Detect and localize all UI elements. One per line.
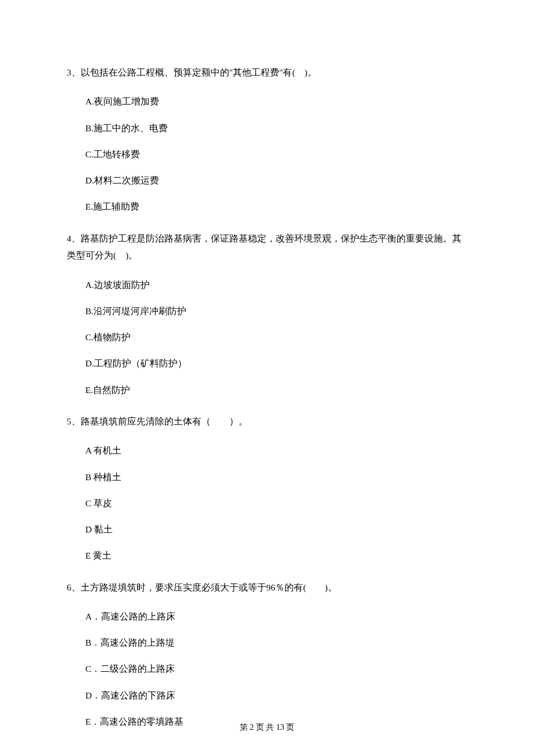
question-4: 4、路基防护工程是防治路基病害，保证路基稳定，改善环境景观，保护生态平衡的重要设… xyxy=(67,230,467,397)
option-e: E.自然防护 xyxy=(85,383,467,397)
option-c: C.工地转移费 xyxy=(85,147,467,161)
question-5: 5、路基填筑前应先清除的土体有（ ）。 A 有机土 B 种植土 C 草皮 D 黏… xyxy=(67,413,467,563)
option-d: D 黏土 xyxy=(85,523,467,536)
question-options: A.夜间施工增加费 B.施工中的水、电费 C.工地转移费 D.材料二次搬运费 E… xyxy=(67,95,467,213)
option-e: E 黄土 xyxy=(85,549,467,562)
option-e: E.施工辅助费 xyxy=(85,200,467,213)
document-content: 3、以包括在公路工程概、预算定额中的"其他工程费"有( )。 A.夜间施工增加费… xyxy=(0,0,534,728)
question-options: A 有机土 B 种植土 C 草皮 D 黏土 E 黄土 xyxy=(67,444,467,562)
question-options: A．高速公路的上路床 B．高速公路的上路堤 C．二级公路的上路床 D．高速公路的… xyxy=(67,610,467,728)
question-stem: 6、土方路堤填筑时，要求压实度必须大于或等于96％的有( )。 xyxy=(67,579,467,596)
option-d: D.材料二次搬运费 xyxy=(85,174,467,187)
question-stem: 5、路基填筑前应先清除的土体有（ ）。 xyxy=(67,413,467,430)
question-6: 6、土方路堤填筑时，要求压实度必须大于或等于96％的有( )。 A．高速公路的上… xyxy=(67,579,467,729)
question-stem: 4、路基防护工程是防治路基病害，保证路基稳定，改善环境景观，保护生态平衡的重要设… xyxy=(67,230,467,264)
option-b: B 种植土 xyxy=(85,470,467,484)
question-stem: 3、以包括在公路工程概、预算定额中的"其他工程费"有( )。 xyxy=(67,64,467,81)
option-b: B.施工中的水、电费 xyxy=(85,121,467,135)
option-a: A.边坡坡面防护 xyxy=(85,278,467,291)
question-3: 3、以包括在公路工程概、预算定额中的"其他工程费"有( )。 A.夜间施工增加费… xyxy=(67,64,467,214)
option-a: A.夜间施工增加费 xyxy=(85,95,467,108)
option-b: B．高速公路的上路堤 xyxy=(85,636,467,649)
option-a: A 有机土 xyxy=(85,444,467,457)
option-c: C.植物防护 xyxy=(85,330,467,344)
option-c: C．二级公路的上路床 xyxy=(85,662,467,675)
question-options: A.边坡坡面防护 B.沿河河堤河岸冲刷防护 C.植物防护 D.工程防护（矿料防护… xyxy=(67,278,467,397)
option-a: A．高速公路的上路床 xyxy=(85,610,467,623)
option-d: D.工程防护（矿料防护） xyxy=(85,357,467,370)
option-d: D．高速公路的下路床 xyxy=(85,689,467,702)
option-c: C 草皮 xyxy=(85,496,467,510)
option-b: B.沿河河堤河岸冲刷防护 xyxy=(85,304,467,318)
page-footer: 第 2 页 共 13 页 xyxy=(0,722,534,733)
